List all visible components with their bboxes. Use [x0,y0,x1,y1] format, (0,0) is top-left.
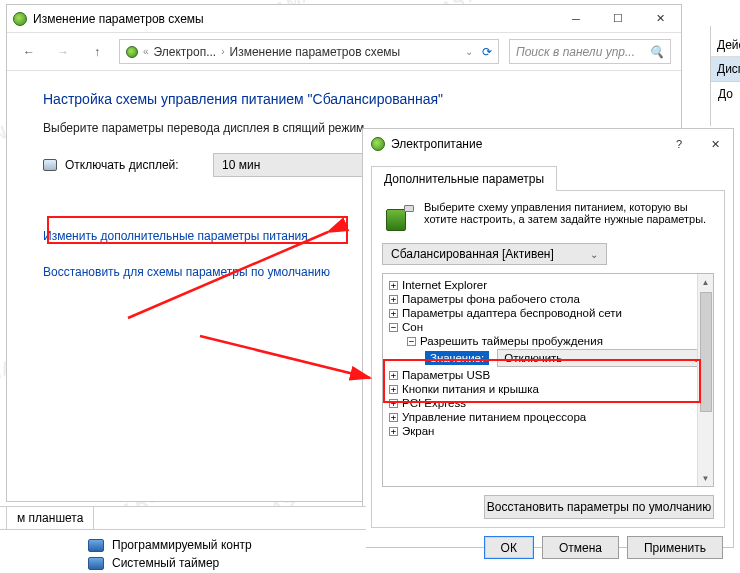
power-icon [13,12,27,26]
breadcrumb[interactable]: « Электроп... › Изменение параметров схе… [119,39,499,64]
search-input[interactable]: Поиск в панели упр... 🔍 [509,39,671,64]
tab-advanced[interactable]: Дополнительные параметры [371,166,557,191]
power-options-dialog: Электропитание ? ✕ Дополнительные параме… [362,128,734,548]
window-title: Изменение параметров схемы [33,12,204,26]
bottom-fragment: м планшета Программируемый контр Системн… [0,506,366,573]
display-off-value: 10 мин [222,158,260,172]
device-row-2[interactable]: Системный таймер [0,554,366,572]
breadcrumb-item-1[interactable]: Электроп... [154,45,217,59]
collapse-icon[interactable]: − [389,323,398,332]
tree-buttons[interactable]: Кнопки питания и крышка [402,383,539,395]
ok-label: ОК [501,541,517,555]
refresh-icon[interactable]: ⟳ [482,45,492,59]
device-row-1[interactable]: Программируемый контр [0,536,366,554]
settings-tree[interactable]: +Internet Explorer +Параметры фона рабоч… [382,273,714,487]
power-icon [371,137,385,151]
tree-bg[interactable]: Параметры фона рабочего стола [402,293,580,305]
tree-ie[interactable]: Internet Explorer [402,279,487,291]
scheme-value: Сбалансированная [Активен] [391,247,554,261]
monitor-icon [43,159,57,171]
tree-screen[interactable]: Экран [402,425,434,437]
chevron-down-icon: ⌄ [590,249,598,260]
scheme-dropdown[interactable]: Сбалансированная [Активен] ⌄ [382,243,607,265]
dropdown-chevron-icon[interactable]: ⌄ [465,46,473,57]
tree-wake[interactable]: Разрешить таймеры пробуждения [420,335,603,347]
ok-button[interactable]: ОК [484,536,534,559]
sidebar-item-2[interactable]: До [711,82,740,106]
dialog-close-button[interactable]: ✕ [697,129,733,159]
expand-icon[interactable]: + [389,309,398,318]
expand-icon[interactable]: + [389,385,398,394]
device-icon [88,539,104,552]
help-button[interactable]: ? [661,129,697,159]
tree-pci[interactable]: PCI Express [402,397,466,409]
expand-icon[interactable]: + [389,413,398,422]
dialog-title: Электропитание [391,137,482,151]
search-placeholder: Поиск в панели упр... [516,45,635,59]
bottom-tab[interactable]: м планшета [6,507,94,530]
apply-button[interactable]: Применить [627,536,723,559]
value-text: Отключить [504,352,562,364]
dialog-titlebar: Электропитание ? ✕ [363,129,733,159]
scroll-up-button[interactable]: ▲ [698,274,713,290]
cancel-button[interactable]: Отмена [542,536,619,559]
titlebar: Изменение параметров схемы ─ ☐ ✕ [7,5,681,33]
value-dropdown[interactable]: Отключить ⌄ [497,349,707,367]
power-icon-small [126,46,138,58]
cancel-label: Отмена [559,541,602,555]
value-row: Значение: Отключить ⌄ [383,348,713,368]
maximize-button[interactable]: ☐ [597,5,639,32]
display-off-label: Отключать дисплей: [65,158,179,172]
battery-icon [382,201,414,233]
tree-sleep[interactable]: Сон [402,321,423,333]
intro-text: Выберите схему управления питанием, кото… [424,201,714,233]
advanced-settings-link[interactable]: Изменить дополнительные параметры питани… [43,229,308,243]
value-label: Значение: [425,351,489,365]
restore-label: Восстановить параметры по умолчанию [487,500,711,514]
actions-sidebar: Действ Диспетч До [710,26,740,126]
dialog-button-row: ОК Отмена Применить [363,536,733,569]
sidebar-item-1[interactable]: Диспетч [711,57,740,82]
expand-icon[interactable]: + [389,295,398,304]
collapse-icon[interactable]: − [407,337,416,346]
close-button[interactable]: ✕ [639,5,681,32]
expand-icon[interactable]: + [389,371,398,380]
expand-icon[interactable]: + [389,281,398,290]
tab-content: Выберите схему управления питанием, кото… [371,190,725,528]
tree-usb[interactable]: Параметры USB [402,369,490,381]
forward-button[interactable]: → [51,40,75,64]
tree-wifi[interactable]: Параметры адаптера беспроводной сети [402,307,622,319]
scroll-thumb[interactable] [700,292,712,412]
apply-label: Применить [644,541,706,555]
device-label: Программируемый контр [112,538,252,552]
back-button[interactable]: ← [17,40,41,64]
tab-strip: Дополнительные параметры [363,159,733,190]
search-icon: 🔍 [649,45,664,59]
chevron-right-icon: › [221,46,224,57]
sidebar-header: Действ [711,34,740,57]
expand-icon[interactable]: + [389,427,398,436]
expand-icon[interactable]: + [389,399,398,408]
breadcrumb-item-2[interactable]: Изменение параметров схемы [230,45,401,59]
address-bar: ← → ↑ « Электроп... › Изменение параметр… [7,33,681,71]
scroll-down-button[interactable]: ▼ [698,470,713,486]
up-button[interactable]: ↑ [85,40,109,64]
page-title: Настройка схемы управления питанием "Сба… [43,91,645,107]
chevron-icon: « [143,46,149,57]
tree-scrollbar[interactable]: ▲ ▼ [697,274,713,486]
device-icon [88,557,104,570]
restore-defaults-link[interactable]: Восстановить для схемы параметры по умол… [43,265,330,279]
device-label: Системный таймер [112,556,219,570]
tree-cpu[interactable]: Управление питанием процессора [402,411,586,423]
restore-defaults-button[interactable]: Восстановить параметры по умолчанию [484,495,714,519]
minimize-button[interactable]: ─ [555,5,597,32]
intro-row: Выберите схему управления питанием, кото… [382,201,714,233]
